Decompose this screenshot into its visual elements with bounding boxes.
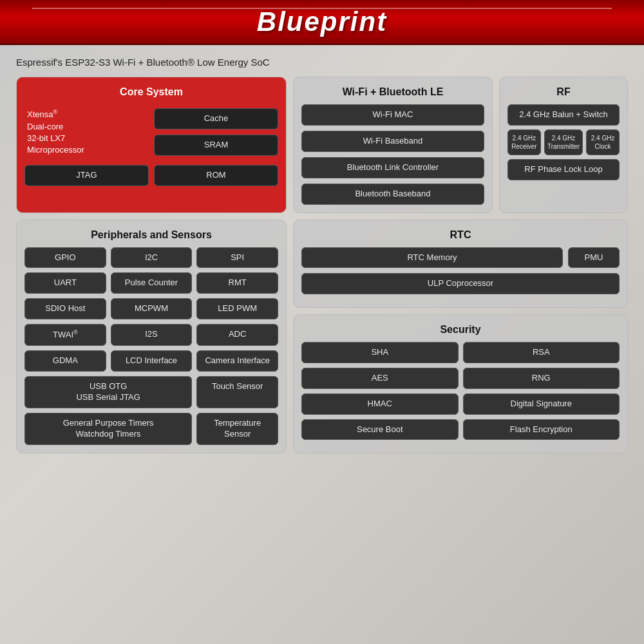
rf-row3: 2.4 GHz Receiver 2.4 GHz Transmitter 2.4… <box>507 129 620 155</box>
chip-uart: UART <box>24 272 106 294</box>
chip-transmitter: 2.4 GHz Transmitter <box>544 129 583 155</box>
chip-usb: USB OTGUSB Serial JTAG <box>24 376 192 408</box>
chip-balun: 2.4 GHz Balun + Switch <box>507 104 620 126</box>
chip-i2c: I2C <box>111 247 193 269</box>
wifi-inner: Wi-Fi MAC Wi-Fi Baseband Bluetooth Link … <box>301 104 484 205</box>
chip-camera: Camera Interface <box>196 350 278 372</box>
header-line <box>32 8 612 9</box>
peripherals-block: Peripherals and Sensors GPIO I2C SPI UAR… <box>16 220 287 453</box>
security-block: Security SHA RSA AES RNG HMAC Digital Si… <box>293 314 628 453</box>
diagram-grid: Core System Xtensa®Dual-core32-bit LX7Mi… <box>16 77 628 453</box>
chip-spi: SPI <box>196 247 278 269</box>
core-processor-label: Xtensa®Dual-core32-bit LX7Microprocessor <box>24 104 149 160</box>
wifi-block: Wi-Fi + Bluetooth LE Wi-Fi MAC Wi-Fi Bas… <box>293 77 493 213</box>
chip-lcd: LCD Interface <box>111 350 193 372</box>
rtc-top-row: RTC Memory PMU <box>301 247 620 269</box>
chip-clock: 2.4 GHz Clock <box>586 129 620 155</box>
chip-aes: AES <box>301 368 459 389</box>
chip-temp: Temperature Sensor <box>196 413 278 445</box>
chip-mcpwm: MCPWM <box>111 298 193 319</box>
security-title: Security <box>301 324 620 336</box>
chip-timers: General Purpose TimersWatchdog Timers <box>24 413 192 445</box>
chip-jtag: JTAG <box>24 165 149 186</box>
subtitle: Espressif's ESP32-S3 Wi-Fi + Bluetooth® … <box>16 57 628 68</box>
chip-pulse-counter: Pulse Counter <box>111 272 193 294</box>
chip-receiver: 2.4 GHz Receiver <box>507 129 541 155</box>
rtc-title: RTC <box>301 229 620 241</box>
rtc-bottom: ULP Coprocessor <box>301 273 620 294</box>
header-title: Blueprint <box>257 6 387 37</box>
chip-rmt: RMT <box>196 272 278 294</box>
chip-digital-sig: Digital Signature <box>463 393 620 415</box>
chip-rom: ROM <box>154 165 278 186</box>
rf-block: RF 2.4 GHz Balun + Switch 2.4 GHz Receiv… <box>499 77 628 213</box>
rf-title: RF <box>507 86 620 98</box>
peripherals-title: Peripherals and Sensors <box>24 229 278 241</box>
core-right: Cache SRAM <box>154 108 278 156</box>
chip-rng: RNG <box>463 368 620 389</box>
chip-bt-link: Bluetooth Link Controller <box>301 157 484 178</box>
chip-flash-enc: Flash Encryption <box>463 419 620 440</box>
chip-touch: Touch Sensor <box>196 376 278 408</box>
chip-pll: RF Phase Lock Loop <box>507 159 620 180</box>
chip-cache: Cache <box>154 108 278 129</box>
chip-sdio: SDIO Host <box>24 298 106 319</box>
chip-pmu: PMU <box>568 247 620 269</box>
rtc-block: RTC RTC Memory PMU ULP Coprocessor <box>293 220 628 308</box>
header: Blueprint <box>0 0 644 45</box>
chip-hmac: HMAC <box>301 393 459 415</box>
chip-sram: SRAM <box>154 135 278 156</box>
chip-twai: TWAI® <box>24 324 106 346</box>
subtitle-text: Espressif's ESP32-S3 Wi-Fi + Bluetooth® … <box>16 57 270 68</box>
chip-secure-boot: Secure Boot <box>301 419 459 440</box>
chip-adc: ADC <box>196 324 278 346</box>
chip-led-pwm: LED PWM <box>196 298 278 319</box>
chip-rsa: RSA <box>463 342 620 363</box>
main-content: Espressif's ESP32-S3 Wi-Fi + Bluetooth® … <box>0 45 644 465</box>
peripherals-grid: GPIO I2C SPI UART Pulse Counter RMT SDIO… <box>24 247 278 445</box>
chip-bt-baseband: Bluetooth Baseband <box>301 184 484 205</box>
rf-inner: 2.4 GHz Balun + Switch 2.4 GHz Receiver … <box>507 104 620 180</box>
security-grid: SHA RSA AES RNG HMAC Digital Signature S… <box>301 342 620 440</box>
wifi-title: Wi-Fi + Bluetooth LE <box>301 86 484 98</box>
core-system-block: Core System Xtensa®Dual-core32-bit LX7Mi… <box>16 77 287 213</box>
chip-i2s: I2S <box>111 324 193 346</box>
chip-ulp: ULP Coprocessor <box>301 273 620 294</box>
chip-sha: SHA <box>301 342 459 363</box>
core-title: Core System <box>24 86 278 98</box>
chip-gpio: GPIO <box>24 247 106 269</box>
chip-gdma: GDMA <box>24 350 106 372</box>
chip-wifi-mac: Wi-Fi MAC <box>301 104 484 126</box>
core-bottom: JTAG ROM <box>24 165 278 186</box>
core-inner: Xtensa®Dual-core32-bit LX7Microprocessor… <box>24 104 278 160</box>
chip-rtc-memory: RTC Memory <box>301 247 563 269</box>
chip-wifi-baseband: Wi-Fi Baseband <box>301 131 484 152</box>
